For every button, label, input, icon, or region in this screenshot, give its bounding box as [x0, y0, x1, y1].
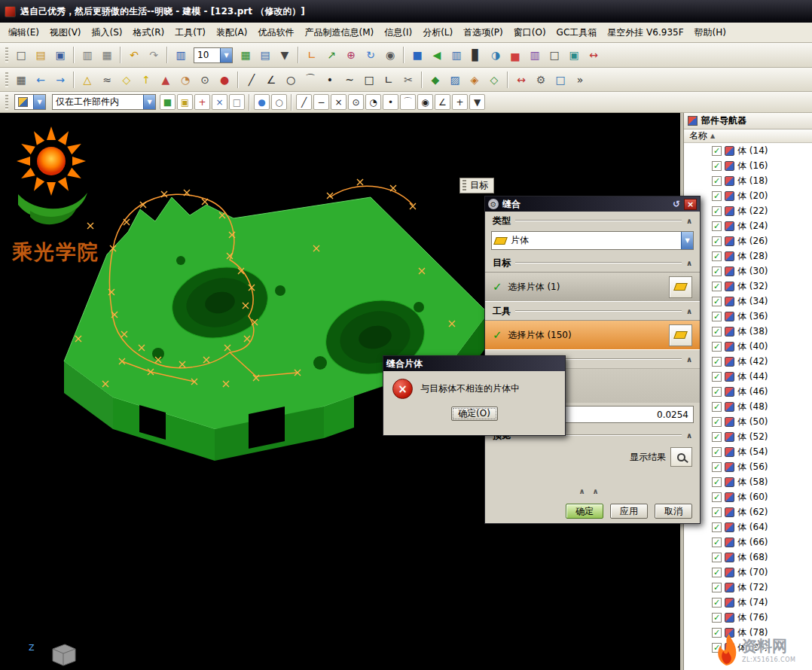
datum-axis-icon[interactable]: ↑ [137, 71, 155, 89]
menu-item[interactable]: 产品制造信息(M) [300, 23, 380, 43]
snap-midpoint-icon[interactable]: − [313, 94, 329, 110]
navigator-item[interactable]: ✓体 (42) [684, 354, 812, 369]
navigator-item[interactable]: ✓体 (44) [684, 369, 812, 384]
menu-item[interactable]: 窗口(O) [508, 23, 551, 43]
title-bar[interactable]: 遇自己优秀，然后更骄傲的生活--明晓 - 建模 - [123.prt （修改的）… [0, 0, 812, 23]
navigator-item[interactable]: ✓体 (36) [684, 309, 812, 324]
line-tool-icon[interactable]: ╱ [243, 71, 261, 89]
navigator-item[interactable]: ✓体 (22) [684, 203, 812, 218]
type-section-header[interactable]: 类型 ∧ [485, 212, 700, 230]
save-icon[interactable]: ▣ [51, 46, 69, 64]
item-visibility-checkbox[interactable]: ✓ [712, 613, 722, 623]
dialog-close-icon[interactable]: × [684, 199, 697, 210]
navigator-item[interactable]: ✓体 (18) [684, 173, 812, 188]
polyline-tool-icon[interactable]: ∠ [262, 71, 280, 89]
item-visibility-checkbox[interactable]: ✓ [712, 146, 722, 156]
item-visibility-checkbox[interactable]: ✓ [712, 417, 722, 427]
snap-arc-center-icon[interactable]: ⊙ [348, 94, 364, 110]
hole-feature-icon[interactable]: ⊙ [196, 71, 214, 89]
navigator-item[interactable]: ✓体 (40) [684, 339, 812, 354]
item-visibility-checkbox[interactable]: ✓ [712, 522, 722, 532]
navigator-item[interactable]: ✓体 (30) [684, 263, 812, 279]
column-analysis-icon[interactable]: ▥ [526, 46, 544, 64]
dual-monitor-icon[interactable]: ▣ [565, 46, 583, 64]
spreadsheet-icon[interactable]: ▦ [237, 46, 255, 64]
item-visibility-checkbox[interactable]: ✓ [712, 507, 722, 517]
dropdown-arrow-icon[interactable]: ▼ [681, 232, 693, 249]
tool-select-row[interactable]: ✓ 选择片体 (150) [485, 320, 700, 350]
navigator-item[interactable]: ✓体 (32) [684, 279, 812, 294]
snap-on-face-icon[interactable]: ◉ [417, 94, 433, 110]
part-navigator-header[interactable]: 部件导航器 [684, 113, 812, 129]
item-visibility-checkbox[interactable]: ✓ [712, 553, 722, 562]
arc-tool-icon[interactable]: ⌒ [301, 71, 319, 89]
navigator-item[interactable]: ✓体 (54) [684, 444, 812, 459]
navigator-item[interactable]: ✓体 (16) [684, 158, 812, 173]
item-visibility-checkbox[interactable]: ✓ [712, 447, 722, 457]
menu-item[interactable]: 优品软件 [253, 23, 300, 43]
rectangle-tool-icon[interactable]: □ [360, 71, 378, 89]
item-visibility-checkbox[interactable]: ✓ [712, 598, 722, 608]
item-visibility-checkbox[interactable]: ✓ [712, 297, 722, 306]
ok-button[interactable]: 确定 [566, 504, 603, 519]
menu-item[interactable]: 格式(R) [128, 23, 170, 43]
navigator-item[interactable]: ✓体 (20) [684, 188, 812, 203]
menu-item[interactable]: 工具(T) [169, 23, 211, 43]
collapse-arrow-icon[interactable]: ∧ [686, 307, 692, 315]
section-view-icon[interactable]: ◑ [487, 46, 505, 64]
item-visibility-checkbox[interactable]: ✓ [712, 462, 722, 472]
dialog-collapse-arrows[interactable]: ∧∧ [485, 487, 700, 499]
navigator-item[interactable]: ✓体 (64) [684, 519, 812, 534]
navigator-item[interactable]: ✓体 (68) [684, 550, 812, 565]
menu-item[interactable]: 插入(S) [87, 23, 128, 43]
fillet-tool-icon[interactable]: ∟ [380, 71, 398, 89]
dialog-reset-icon[interactable]: ↺ [673, 199, 680, 209]
snapshot-icon[interactable]: ◉ [381, 46, 399, 64]
error-dialog-titlebar[interactable]: 缝合片体 [383, 356, 565, 371]
dropdown-arrow-icon[interactable]: ▼ [33, 95, 45, 109]
vector-arrow-icon[interactable]: ↗ [322, 46, 340, 64]
sew-dialog-titlebar[interactable]: ⚙ 缝合 ↺ × [485, 196, 700, 212]
toolbar-grip[interactable] [5, 95, 8, 110]
snap-plus-icon[interactable]: + [452, 94, 468, 110]
select-sheet-button[interactable] [669, 324, 692, 346]
name-column-header[interactable]: 名称 ▲ [684, 129, 812, 143]
collapse-arrow-icon[interactable]: ∧ [686, 355, 692, 364]
select-sheet-button[interactable] [669, 276, 692, 298]
navigator-item[interactable]: ✓体 (34) [684, 294, 812, 309]
item-visibility-checkbox[interactable]: ✓ [712, 221, 722, 231]
target-toolbar-chip[interactable]: 目标 [459, 178, 494, 193]
orientation-triad[interactable]: Z [27, 640, 87, 670]
menu-item[interactable]: 首选项(P) [458, 23, 508, 43]
snap-angle-icon[interactable]: ∠ [435, 94, 450, 110]
error-ok-button[interactable]: 确定(O) [451, 407, 498, 421]
drag-handle-icon[interactable] [462, 180, 466, 191]
swept-surface-icon[interactable]: ◆ [426, 71, 444, 89]
more-commands-icon[interactable]: ▼ [276, 46, 294, 64]
navigator-item[interactable]: ✓体 (66) [684, 534, 812, 550]
sketch-icon[interactable]: △ [78, 71, 96, 89]
navigator-item[interactable]: ✓体 (50) [684, 414, 812, 429]
menu-item[interactable]: 视图(V) [44, 23, 87, 43]
highlight-toggle-icon[interactable]: ▣ [177, 94, 193, 110]
navigator-item[interactable]: ✓体 (52) [684, 429, 812, 444]
settings-gear-icon[interactable]: ⚙ [532, 71, 550, 89]
item-visibility-checkbox[interactable]: ✓ [712, 161, 722, 171]
undo-icon[interactable]: ↶ [125, 46, 143, 64]
navigator-item[interactable]: ✓体 (28) [684, 248, 812, 263]
item-visibility-checkbox[interactable]: ✓ [712, 583, 722, 592]
item-visibility-checkbox[interactable]: ✓ [712, 568, 722, 577]
toolbar-grip[interactable] [5, 72, 8, 87]
forward-arrow-icon[interactable]: → [51, 71, 69, 89]
marquee-select-icon[interactable]: □ [229, 94, 245, 110]
type-dropdown[interactable]: 片体 ▼ [491, 231, 694, 250]
navigator-item[interactable]: ✓体 (72) [684, 580, 812, 595]
corner-tool-icon[interactable]: ∟ [303, 46, 321, 64]
cancel-button[interactable]: 取消 [655, 504, 692, 519]
item-visibility-checkbox[interactable]: ✓ [712, 282, 722, 291]
navigator-item[interactable]: ✓体 (38) [684, 324, 812, 339]
item-visibility-checkbox[interactable]: ✓ [712, 492, 722, 502]
more-snap-options-icon[interactable]: ▼ [469, 94, 485, 110]
display-mode-icon[interactable]: □ [545, 46, 563, 64]
snap-point-icon[interactable]: • [383, 94, 398, 110]
